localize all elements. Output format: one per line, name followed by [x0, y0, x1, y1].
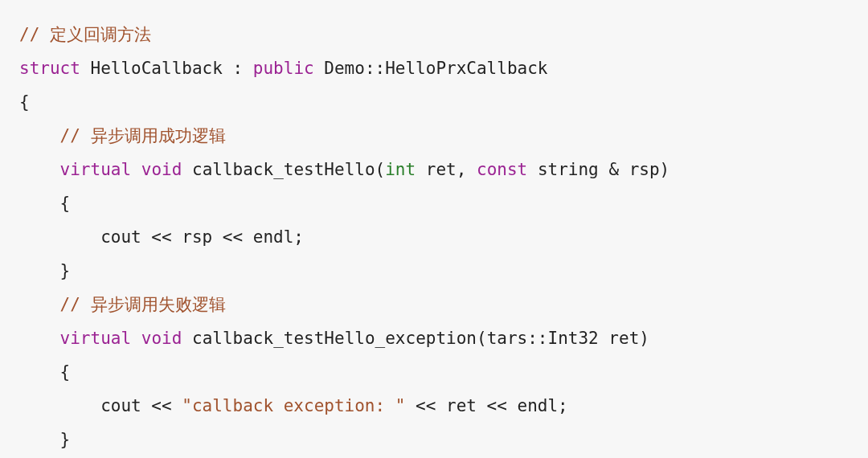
indent — [19, 329, 60, 348]
arg: ret, — [416, 160, 477, 179]
kw-const: const — [477, 160, 527, 179]
comment-line: // 定义回调方法 — [19, 25, 151, 44]
kw-struct: struct — [19, 59, 80, 78]
stmt: cout << rsp << endl; — [19, 227, 304, 247]
kw-virtual: virtual — [60, 160, 132, 179]
space — [182, 160, 192, 179]
brace-open: { — [19, 92, 30, 112]
stmt-prefix: cout << — [19, 396, 182, 415]
brace-close: } — [19, 261, 70, 280]
fn-name: callback_testHello_exception(tars::Int32… — [192, 329, 649, 348]
brace-open: { — [19, 194, 70, 213]
comment-line: // 异步调用成功逻辑 — [60, 126, 226, 145]
space — [527, 160, 538, 179]
stmt-rest: << ret << endl; — [405, 396, 567, 415]
string-literal: "callback exception: " — [182, 396, 405, 415]
code-block: // 定义回调方法 struct HelloCallback : public … — [19, 18, 849, 458]
base-class: Demo::HelloPrxCallback — [314, 59, 548, 78]
indent — [19, 160, 60, 179]
type-int: int — [385, 160, 416, 179]
brace-open: { — [19, 362, 70, 382]
space — [131, 160, 141, 179]
comment-line: // 异步调用失败逻辑 — [60, 295, 226, 314]
space — [131, 329, 141, 348]
indent — [19, 295, 60, 314]
kw-public: public — [253, 59, 314, 78]
brace-close: } — [19, 430, 70, 449]
colon: : — [233, 59, 253, 78]
fn-name: callback_testHello( — [192, 160, 385, 179]
kw-void: void — [141, 160, 182, 179]
kw-void: void — [141, 329, 182, 348]
arg: string & rsp) — [538, 160, 669, 179]
kw-virtual: virtual — [60, 329, 132, 348]
space — [182, 329, 192, 348]
indent — [19, 126, 60, 145]
class-name: HelloCallback — [80, 59, 233, 78]
